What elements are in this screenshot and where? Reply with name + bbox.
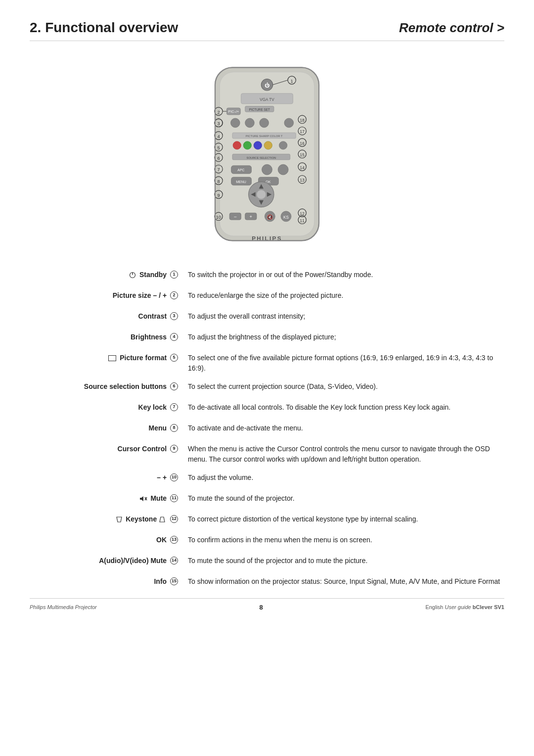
- feature-name-11: Mute: [150, 494, 167, 502]
- feature-num-8: 8: [170, 424, 178, 432]
- svg-marker-91: [117, 517, 122, 522]
- svg-point-51: [278, 164, 288, 175]
- svg-text:SOURCE SELECTION: SOURCE SELECTION: [247, 156, 276, 159]
- svg-point-18: [231, 118, 240, 128]
- feature-label-8: Menu 8: [30, 422, 188, 433]
- page-header: 2. Functional overview Remote control >: [30, 20, 504, 41]
- feature-label-14: A(udio)/V(ideo) Mute 14: [30, 555, 188, 566]
- remote-illustration: ⏻ 1 VGA TV PIC–/+ 2 PICTURE SET: [30, 56, 504, 254]
- feature-row-3: Contrast 3 To adjust the overall contras…: [30, 310, 504, 324]
- feature-num-9: 9: [170, 445, 178, 453]
- feature-desc-12: To correct picture distortion of the ver…: [188, 513, 504, 524]
- svg-text:18: 18: [300, 118, 305, 123]
- svg-text:PICTURE SET: PICTURE SET: [249, 108, 270, 111]
- svg-text:13: 13: [300, 178, 305, 183]
- feature-num-2: 2: [170, 291, 178, 299]
- svg-point-21: [284, 118, 294, 128]
- feature-num-6: 6: [170, 382, 178, 390]
- svg-point-50: [262, 164, 272, 175]
- svg-text:15: 15: [300, 153, 305, 157]
- feature-desc-3: To adjust the overall contrast intensity…: [188, 310, 504, 322]
- svg-marker-92: [160, 517, 165, 522]
- picture-format-icon: [108, 355, 116, 361]
- feature-num-3: 3: [170, 312, 178, 320]
- svg-text:APC: APC: [237, 168, 244, 172]
- feature-desc-11: To mute the sound of the projector.: [188, 492, 504, 504]
- svg-text:11: 11: [300, 219, 305, 223]
- feature-desc-2: To reduce/enlarge the size of the projec…: [188, 289, 504, 301]
- feature-row-11: Mute 11 To mute the sound of the project…: [30, 492, 504, 506]
- feature-label-13: OK 13: [30, 534, 188, 545]
- feature-label-11: Mute 11: [30, 492, 188, 504]
- feature-row-7: Key lock 7 To de-activate all local cont…: [30, 401, 504, 415]
- feature-name-14: A(udio)/V(ideo) Mute: [99, 557, 167, 565]
- feature-row-2: Picture size – / + 2 To reduce/enlarge t…: [30, 289, 504, 303]
- svg-text:6: 6: [217, 156, 220, 161]
- svg-point-37: [254, 142, 262, 149]
- svg-text:PIC–/+: PIC–/+: [228, 110, 239, 113]
- feature-label-2: Picture size – / + 2: [30, 289, 188, 301]
- svg-text:9: 9: [217, 193, 220, 198]
- svg-point-35: [233, 142, 241, 149]
- feature-label-6: Source selection buttons 6: [30, 380, 188, 392]
- svg-text:1: 1: [291, 79, 293, 84]
- footer-product-name: Philips Multimedia Projector: [30, 604, 97, 610]
- feature-list: Standby 1 To switch the projector in or …: [30, 269, 504, 589]
- feature-name-13: OK: [156, 536, 167, 544]
- feature-desc-4: To adjust the brightness of the displaye…: [188, 331, 504, 342]
- feature-desc-9: When the menu is active the Cursor Contr…: [188, 443, 504, 465]
- feature-name-3: Contrast: [138, 312, 167, 320]
- feature-num-15: 15: [170, 577, 178, 585]
- svg-text:⏻: ⏻: [265, 82, 269, 88]
- svg-text:5: 5: [217, 145, 220, 150]
- feature-row-9: Cursor Control 9 When the menu is active…: [30, 443, 504, 465]
- svg-point-39: [279, 142, 287, 149]
- feature-desc-5: To select one of the five available pict…: [188, 352, 504, 374]
- feature-row-4: Brightness 4 To adjust the brightness of…: [30, 331, 504, 345]
- feature-desc-10: To adjust the volume.: [188, 472, 504, 483]
- svg-point-38: [264, 142, 272, 149]
- feature-label-12: Keystone 12: [30, 513, 188, 524]
- feature-num-5: 5: [170, 354, 178, 362]
- feature-desc-8: To activate and de-activate the menu.: [188, 422, 504, 433]
- feature-desc-1: To switch the projector in or out of the…: [188, 269, 504, 280]
- keystone-up-icon: [159, 517, 166, 522]
- svg-text:14: 14: [300, 166, 305, 170]
- feature-name-12: Keystone: [126, 515, 159, 523]
- feature-name-4: Brightness: [131, 333, 167, 341]
- footer-guide-info: English User guide bClever SV1: [425, 604, 504, 610]
- svg-text:2: 2: [217, 110, 220, 115]
- feature-desc-6: To select the current projection source …: [188, 380, 504, 392]
- page-footer: Philips Multimedia Projector 8 English U…: [30, 598, 504, 611]
- feature-num-4: 4: [170, 333, 178, 341]
- feature-name-6: Source selection buttons: [84, 382, 167, 390]
- feature-label-15: Info 15: [30, 575, 188, 587]
- svg-text:MENU: MENU: [236, 180, 246, 184]
- feature-label-3: Contrast 3: [30, 310, 188, 322]
- mute-icon: [139, 496, 147, 502]
- svg-text:🔇: 🔇: [267, 214, 273, 220]
- feature-label-7: Key lock 7: [30, 401, 188, 413]
- feature-name-10: – +: [157, 473, 167, 481]
- svg-text:4: 4: [217, 134, 220, 139]
- section-title: 2. Functional overview: [30, 20, 178, 36]
- feature-name-2: Picture size – / +: [113, 291, 167, 299]
- svg-marker-88: [140, 496, 143, 501]
- feature-row-15: Info 15 To show information on the proje…: [30, 575, 504, 589]
- feature-label-4: Brightness 4: [30, 331, 188, 342]
- feature-label-5: Picture format 5: [30, 352, 188, 363]
- feature-row-6: Source selection buttons 6 To select the…: [30, 380, 504, 394]
- svg-text:+: +: [250, 214, 252, 219]
- svg-point-20: [260, 118, 269, 128]
- feature-name-5: Picture format: [120, 354, 167, 362]
- svg-text:8: 8: [217, 179, 220, 184]
- svg-text:10: 10: [216, 215, 221, 220]
- svg-text:17: 17: [300, 130, 305, 134]
- svg-point-19: [245, 118, 255, 128]
- feature-desc-7: To de-activate all local controls. To di…: [188, 401, 504, 413]
- remote-svg: ⏻ 1 VGA TV PIC–/+ 2 PICTURE SET: [198, 56, 336, 252]
- feature-row-8: Menu 8 To activate and de-activate the m…: [30, 422, 504, 436]
- feature-label-9: Cursor Control 9: [30, 443, 188, 454]
- feature-num-14: 14: [170, 557, 178, 565]
- feature-row-10: – + 10 To adjust the volume.: [30, 472, 504, 485]
